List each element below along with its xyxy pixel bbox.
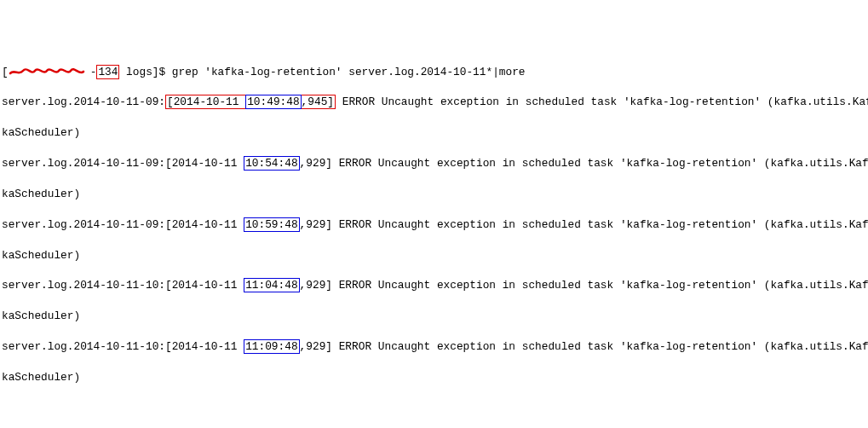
log-line: server.log.2014-10-11-09:[2014-10-11 10:… xyxy=(2,217,866,233)
time-col: 11:04:48 xyxy=(244,278,299,292)
prompt-line: [-134 logs]$ grep 'kafka-log-retention' … xyxy=(2,65,866,80)
time-col: 10:59:48 xyxy=(244,217,299,232)
time-col: 10:54:48 xyxy=(244,156,299,171)
redacted-host-icon xyxy=(9,66,90,78)
log-line: server.log.2014-10-11-10:[2014-10-11 11:… xyxy=(2,278,866,293)
command-text: logs]$ grep 'kafka-log-retention' server… xyxy=(119,66,525,78)
log-line: server.log.2014-10-11-09:[2014-10-11 10:… xyxy=(2,156,866,171)
log-wrap: kaScheduler) xyxy=(2,187,866,202)
log-wrap: kaScheduler) xyxy=(2,125,866,141)
log-group-134: [-134 logs]$ grep 'kafka-log-retention' … xyxy=(2,49,866,401)
log-wrap: kaScheduler) xyxy=(2,370,866,385)
time-col: 10:49:48 xyxy=(245,95,301,109)
host-number: 134 xyxy=(96,65,119,79)
log-wrap: kaScheduler) xyxy=(2,248,866,263)
log-line: server.log.2014-10-11-10:[2014-10-11 11:… xyxy=(2,339,866,355)
first-timestamp: [2014-10-11 10:49:48,945] xyxy=(165,95,336,109)
log-line: server.log.2014-10-11-09:[2014-10-11 10:… xyxy=(2,95,866,110)
terminal-output: [-134 logs]$ grep 'kafka-log-retention' … xyxy=(0,0,868,428)
log-wrap: kaScheduler) xyxy=(2,309,866,324)
time-col: 11:09:48 xyxy=(244,339,299,354)
